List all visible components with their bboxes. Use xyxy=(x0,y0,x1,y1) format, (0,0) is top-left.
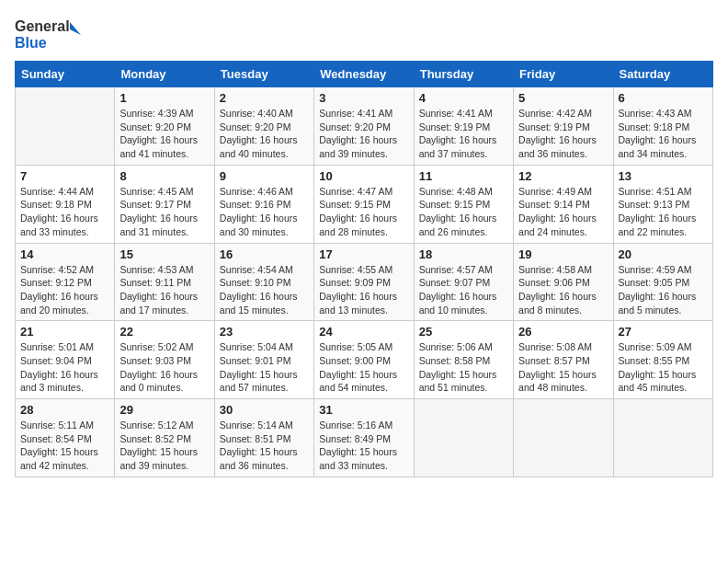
calendar-cell: 16Sunrise: 4:54 AM Sunset: 9:10 PM Dayli… xyxy=(214,243,313,321)
day-info: Sunrise: 4:43 AM Sunset: 9:18 PM Dayligh… xyxy=(619,107,708,161)
day-header-tuesday: Tuesday xyxy=(214,62,313,87)
calendar-cell: 23Sunrise: 5:04 AM Sunset: 9:01 PM Dayli… xyxy=(214,321,313,399)
day-header-sunday: Sunday xyxy=(16,62,115,87)
calendar-cell: 18Sunrise: 4:57 AM Sunset: 9:07 PM Dayli… xyxy=(414,243,513,321)
calendar-cell xyxy=(613,399,712,477)
day-info: Sunrise: 4:41 AM Sunset: 9:20 PM Dayligh… xyxy=(319,107,408,161)
day-number: 24 xyxy=(319,325,408,339)
day-number: 17 xyxy=(319,247,408,261)
day-info: Sunrise: 4:46 AM Sunset: 9:16 PM Dayligh… xyxy=(220,185,309,239)
day-info: Sunrise: 4:42 AM Sunset: 9:19 PM Dayligh… xyxy=(518,107,608,161)
day-number: 8 xyxy=(119,169,209,183)
calendar-cell: 24Sunrise: 5:05 AM Sunset: 9:00 PM Dayli… xyxy=(314,321,414,399)
day-info: Sunrise: 5:08 AM Sunset: 8:57 PM Dayligh… xyxy=(518,340,608,395)
calendar-cell: 4Sunrise: 4:41 AM Sunset: 9:19 PM Daylig… xyxy=(414,87,513,166)
logo: GeneralBlue xyxy=(15,15,88,53)
day-info: Sunrise: 5:04 AM Sunset: 9:01 PM Dayligh… xyxy=(220,340,309,395)
day-info: Sunrise: 5:06 AM Sunset: 8:58 PM Dayligh… xyxy=(419,340,508,395)
calendar-cell: 26Sunrise: 5:08 AM Sunset: 8:57 PM Dayli… xyxy=(514,321,613,399)
day-info: Sunrise: 4:52 AM Sunset: 9:12 PM Dayligh… xyxy=(20,263,109,317)
calendar-cell: 25Sunrise: 5:06 AM Sunset: 8:58 PM Dayli… xyxy=(414,321,513,399)
logo-icon: GeneralBlue xyxy=(15,15,88,53)
calendar-cell: 11Sunrise: 4:48 AM Sunset: 9:15 PM Dayli… xyxy=(414,165,513,243)
svg-text:General: General xyxy=(15,18,70,34)
calendar-cell: 1Sunrise: 4:39 AM Sunset: 9:20 PM Daylig… xyxy=(115,87,214,166)
day-info: Sunrise: 4:53 AM Sunset: 9:11 PM Dayligh… xyxy=(119,263,209,317)
calendar-cell: 22Sunrise: 5:02 AM Sunset: 9:03 PM Dayli… xyxy=(115,321,214,399)
day-header-wednesday: Wednesday xyxy=(314,62,414,87)
calendar-cell: 29Sunrise: 5:12 AM Sunset: 8:52 PM Dayli… xyxy=(115,399,214,477)
calendar-cell xyxy=(16,87,115,166)
day-info: Sunrise: 5:02 AM Sunset: 9:03 PM Dayligh… xyxy=(119,340,209,395)
day-number: 5 xyxy=(518,91,608,105)
day-info: Sunrise: 5:09 AM Sunset: 8:55 PM Dayligh… xyxy=(619,340,708,395)
day-info: Sunrise: 4:57 AM Sunset: 9:07 PM Dayligh… xyxy=(419,263,508,317)
calendar-cell: 7Sunrise: 4:44 AM Sunset: 9:18 PM Daylig… xyxy=(16,165,115,243)
day-number: 16 xyxy=(220,247,309,261)
calendar-cell: 30Sunrise: 5:14 AM Sunset: 8:51 PM Dayli… xyxy=(214,399,313,477)
calendar-cell: 27Sunrise: 5:09 AM Sunset: 8:55 PM Dayli… xyxy=(613,321,712,399)
day-info: Sunrise: 4:45 AM Sunset: 9:17 PM Dayligh… xyxy=(119,185,209,239)
calendar-cell: 14Sunrise: 4:52 AM Sunset: 9:12 PM Dayli… xyxy=(16,243,115,321)
day-info: Sunrise: 5:16 AM Sunset: 8:49 PM Dayligh… xyxy=(319,419,408,473)
day-info: Sunrise: 4:55 AM Sunset: 9:09 PM Dayligh… xyxy=(319,263,408,317)
week-row-3: 14Sunrise: 4:52 AM Sunset: 9:12 PM Dayli… xyxy=(16,243,713,321)
calendar-cell: 9Sunrise: 4:46 AM Sunset: 9:16 PM Daylig… xyxy=(214,165,313,243)
calendar-cell: 31Sunrise: 5:16 AM Sunset: 8:49 PM Dayli… xyxy=(314,399,414,477)
day-info: Sunrise: 4:40 AM Sunset: 9:20 PM Dayligh… xyxy=(220,107,309,161)
day-info: Sunrise: 4:48 AM Sunset: 9:15 PM Dayligh… xyxy=(419,185,508,239)
day-number: 23 xyxy=(220,325,309,339)
day-info: Sunrise: 4:58 AM Sunset: 9:06 PM Dayligh… xyxy=(518,263,608,317)
calendar-cell: 15Sunrise: 4:53 AM Sunset: 9:11 PM Dayli… xyxy=(115,243,214,321)
calendar-cell: 8Sunrise: 4:45 AM Sunset: 9:17 PM Daylig… xyxy=(115,165,214,243)
day-number: 13 xyxy=(619,169,708,183)
day-number: 18 xyxy=(419,247,508,261)
calendar-cell: 5Sunrise: 4:42 AM Sunset: 9:19 PM Daylig… xyxy=(514,87,613,166)
svg-marker-2 xyxy=(70,22,81,35)
calendar-cell: 12Sunrise: 4:49 AM Sunset: 9:14 PM Dayli… xyxy=(514,165,613,243)
calendar-cell: 20Sunrise: 4:59 AM Sunset: 9:05 PM Dayli… xyxy=(613,243,712,321)
calendar-cell: 17Sunrise: 4:55 AM Sunset: 9:09 PM Dayli… xyxy=(314,243,414,321)
day-number: 12 xyxy=(518,169,608,183)
day-number: 9 xyxy=(220,169,309,183)
day-number: 14 xyxy=(20,247,109,261)
day-number: 4 xyxy=(419,91,508,105)
day-header-saturday: Saturday xyxy=(613,62,712,87)
day-info: Sunrise: 4:51 AM Sunset: 9:13 PM Dayligh… xyxy=(619,185,708,239)
day-number: 30 xyxy=(220,403,309,417)
day-number: 29 xyxy=(119,403,209,417)
day-number: 22 xyxy=(119,325,209,339)
day-header-monday: Monday xyxy=(115,62,214,87)
calendar-cell: 13Sunrise: 4:51 AM Sunset: 9:13 PM Dayli… xyxy=(613,165,712,243)
week-row-4: 21Sunrise: 5:01 AM Sunset: 9:04 PM Dayli… xyxy=(16,321,713,399)
calendar-cell: 21Sunrise: 5:01 AM Sunset: 9:04 PM Dayli… xyxy=(16,321,115,399)
day-number: 6 xyxy=(619,91,708,105)
day-header-thursday: Thursday xyxy=(414,62,513,87)
day-number: 3 xyxy=(319,91,408,105)
day-number: 28 xyxy=(20,403,109,417)
day-info: Sunrise: 4:39 AM Sunset: 9:20 PM Dayligh… xyxy=(119,107,209,161)
day-info: Sunrise: 4:47 AM Sunset: 9:15 PM Dayligh… xyxy=(319,185,408,239)
day-number: 15 xyxy=(119,247,209,261)
days-header-row: SundayMondayTuesdayWednesdayThursdayFrid… xyxy=(16,62,713,87)
day-number: 10 xyxy=(319,169,408,183)
day-info: Sunrise: 5:12 AM Sunset: 8:52 PM Dayligh… xyxy=(119,419,209,473)
day-info: Sunrise: 5:11 AM Sunset: 8:54 PM Dayligh… xyxy=(20,419,109,473)
day-info: Sunrise: 4:44 AM Sunset: 9:18 PM Dayligh… xyxy=(20,185,109,239)
day-info: Sunrise: 4:59 AM Sunset: 9:05 PM Dayligh… xyxy=(619,263,708,317)
week-row-5: 28Sunrise: 5:11 AM Sunset: 8:54 PM Dayli… xyxy=(16,399,713,477)
day-number: 27 xyxy=(619,325,708,339)
day-info: Sunrise: 5:14 AM Sunset: 8:51 PM Dayligh… xyxy=(220,419,309,473)
day-number: 31 xyxy=(319,403,408,417)
calendar-cell: 6Sunrise: 4:43 AM Sunset: 9:18 PM Daylig… xyxy=(613,87,712,166)
calendar-cell: 28Sunrise: 5:11 AM Sunset: 8:54 PM Dayli… xyxy=(16,399,115,477)
day-number: 11 xyxy=(419,169,508,183)
day-info: Sunrise: 5:05 AM Sunset: 9:00 PM Dayligh… xyxy=(319,340,408,395)
calendar-cell xyxy=(514,399,613,477)
week-row-1: 1Sunrise: 4:39 AM Sunset: 9:20 PM Daylig… xyxy=(16,87,713,166)
calendar-cell xyxy=(414,399,513,477)
day-info: Sunrise: 4:54 AM Sunset: 9:10 PM Dayligh… xyxy=(220,263,309,317)
calendar-cell: 19Sunrise: 4:58 AM Sunset: 9:06 PM Dayli… xyxy=(514,243,613,321)
day-number: 19 xyxy=(518,247,608,261)
day-info: Sunrise: 5:01 AM Sunset: 9:04 PM Dayligh… xyxy=(20,340,109,395)
